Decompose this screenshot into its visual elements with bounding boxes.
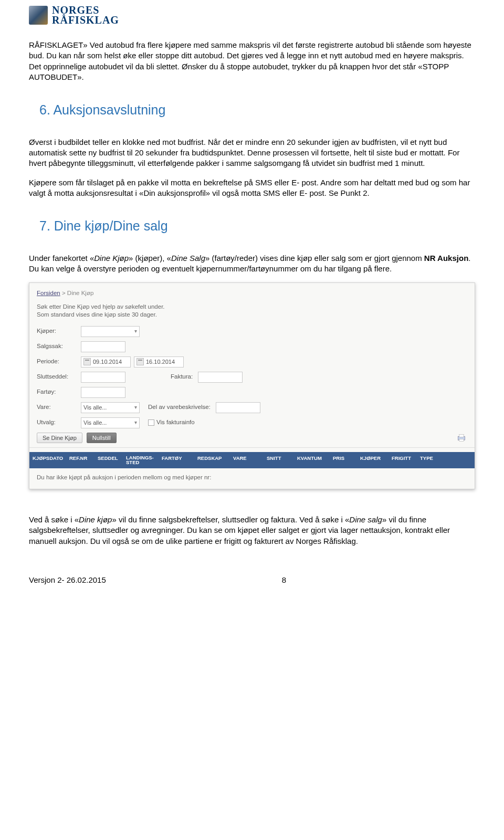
- label-faktura: Faktura:: [171, 373, 193, 381]
- search-button[interactable]: Se Dine Kjøp: [37, 433, 82, 443]
- label-periode: Periode:: [37, 358, 78, 366]
- input-sluttseddel[interactable]: [81, 372, 125, 383]
- page-footer: Versjon 2- 26.02.2015 8: [29, 575, 475, 585]
- label-fartoy: Fartøy:: [37, 388, 78, 396]
- divider: [29, 447, 475, 448]
- search-help-text: Søk etter Dine Kjøp ved hjelp av søkefel…: [37, 303, 467, 319]
- svg-rect-2: [459, 439, 464, 441]
- breadcrumb: Forsiden > Dine Kjøp: [37, 289, 467, 298]
- label-delbeskrivelse: Del av varebeskrivelse:: [148, 403, 211, 412]
- checkbox-fakturainfo[interactable]: Vis fakturainfo: [148, 418, 195, 427]
- input-fartoy[interactable]: [81, 387, 125, 398]
- label-salgssak: Salgssak:: [37, 342, 78, 351]
- select-utvalg[interactable]: Vis alle...▾: [81, 417, 140, 428]
- paragraph-avslutning-2: Kjøpere som får tilslaget på en pakke vi…: [29, 177, 475, 199]
- logo-line2: RÅFISKLAG: [52, 15, 119, 25]
- heading-7: 7. Dine kjøp/Dine salg: [39, 217, 475, 235]
- screenshot-dine-kjop: Forsiden > Dine Kjøp Søk etter Dine Kjøp…: [29, 282, 475, 489]
- calendar-icon: [136, 358, 144, 365]
- reset-button[interactable]: Nullstill: [87, 433, 117, 443]
- paragraph-search-info: Ved å søke i «Dine kjøp» vil du finne sa…: [29, 514, 475, 547]
- label-utvalg: Utvalg:: [37, 418, 78, 427]
- version-text: Versjon 2- 26.02.2015: [29, 575, 106, 585]
- breadcrumb-home-link[interactable]: Forsiden: [37, 290, 60, 296]
- select-kjoper[interactable]: ▾: [81, 326, 140, 337]
- logo-icon: [29, 6, 48, 25]
- label-sluttseddel: Sluttseddel:: [37, 373, 78, 381]
- page-number: 8: [282, 575, 286, 585]
- results-table-header: KJØPSDATO REF.NR SEDDEL LANDINGS- STED F…: [29, 452, 475, 468]
- date-from[interactable]: 09.10.2014: [81, 356, 131, 368]
- logo: NORGES RÅFISKLAG: [29, 5, 475, 25]
- calendar-icon: [83, 358, 91, 365]
- heading-6: 6. Auksjonsavslutning: [39, 101, 475, 119]
- input-faktura[interactable]: [198, 372, 243, 383]
- logo-text: NORGES RÅFISKLAG: [52, 5, 119, 25]
- select-vare[interactable]: Vis alle...▾: [81, 402, 140, 413]
- date-to[interactable]: 16.10.2014: [134, 356, 184, 368]
- paragraph-dinekjop-intro: Under fanekortet «Dine Kjøp» (kjøper), «…: [29, 253, 475, 275]
- label-vare: Vare:: [37, 403, 78, 412]
- chevron-down-icon: ▾: [134, 419, 137, 426]
- input-salgssak[interactable]: [81, 341, 125, 352]
- label-kjoper: Kjøper:: [37, 327, 78, 335]
- results-empty-text: Du har ikke kjøpt på auksjon i perioden …: [37, 468, 467, 484]
- chevron-down-icon: ▾: [134, 404, 137, 411]
- paragraph-avslutning-1: Øverst i budbildet teller en klokke ned …: [29, 137, 475, 169]
- svg-rect-1: [459, 434, 464, 437]
- input-delbeskrivelse[interactable]: [216, 402, 260, 413]
- chevron-down-icon: ▾: [134, 328, 137, 335]
- paragraph-autobud: RÅFISKLAGET» Ved autobud fra flere kjøpe…: [29, 40, 475, 82]
- print-icon[interactable]: [456, 433, 467, 443]
